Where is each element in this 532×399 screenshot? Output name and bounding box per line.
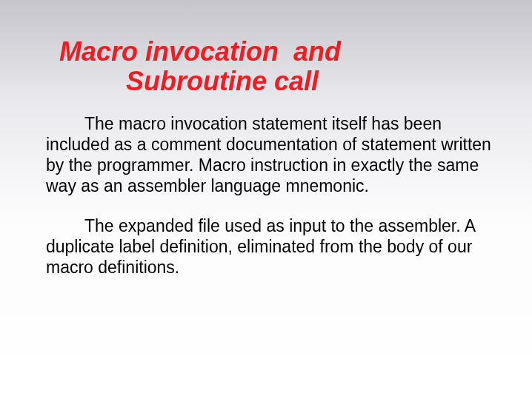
paragraph-2: The expanded file used as input to the a… — [46, 215, 496, 278]
paragraph-1: The macro invocation statement itself ha… — [46, 113, 496, 196]
slide-title: Macro invocation and Subroutine call — [59, 37, 496, 97]
slide: Macro invocation and Subroutine call The… — [0, 0, 532, 399]
